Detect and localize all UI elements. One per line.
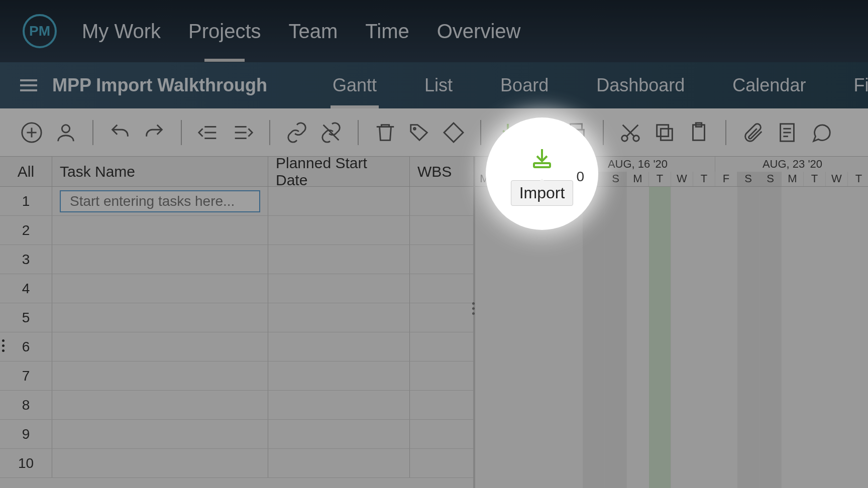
import-tooltip-label: Import xyxy=(511,180,574,206)
gantt-toolbar xyxy=(0,108,868,157)
tab-calendar[interactable]: Calendar xyxy=(732,75,806,108)
row-number: 8 xyxy=(0,391,52,419)
svg-rect-23 xyxy=(657,125,669,136)
toolbar-separator xyxy=(92,120,93,145)
redo-icon[interactable] xyxy=(143,121,166,144)
tab-list[interactable]: List xyxy=(424,75,453,108)
view-tabs: Gantt List Board Dashboard Calendar File… xyxy=(333,62,868,108)
milestone-icon[interactable] xyxy=(442,121,465,144)
menu-icon[interactable] xyxy=(20,79,37,91)
import-icon-highlight[interactable] xyxy=(530,146,554,170)
task-row[interactable]: 5 xyxy=(0,303,473,332)
tab-gantt[interactable]: Gantt xyxy=(333,75,377,108)
column-wbs[interactable]: WBS xyxy=(410,157,473,186)
copy-icon[interactable] xyxy=(653,121,676,144)
timeline-day: S xyxy=(737,172,759,187)
timeline-day: S xyxy=(759,172,782,187)
undo-icon[interactable] xyxy=(108,121,132,144)
row-number: 10 xyxy=(0,449,52,477)
task-row[interactable]: 10 xyxy=(0,449,473,478)
row-number: 2 xyxy=(0,216,52,245)
toolbar-separator xyxy=(269,120,270,145)
tab-files[interactable]: Files xyxy=(853,75,868,108)
timeline-day: T xyxy=(804,172,826,187)
svg-point-3 xyxy=(62,125,69,132)
task-name-input[interactable] xyxy=(60,190,260,212)
timeline-day: F xyxy=(715,172,737,187)
project-bar: MPP Import Walkthrough Gantt List Board … xyxy=(0,62,868,108)
task-row[interactable]: 3 xyxy=(0,245,473,274)
row-number: 6 xyxy=(0,332,52,361)
column-planned-start[interactable]: Planned Start Date xyxy=(268,157,410,186)
toolbar-separator xyxy=(725,120,726,145)
delete-icon[interactable] xyxy=(374,121,397,144)
task-row[interactable]: 2 xyxy=(0,216,473,245)
timeline-day: T xyxy=(693,172,715,187)
timeline-day: W xyxy=(826,172,848,187)
row-number: 1 xyxy=(0,187,52,215)
top-navigation-bar: PM My Work Projects Team Time Overview xyxy=(0,0,868,62)
tag-icon[interactable] xyxy=(408,121,431,144)
svg-rect-12 xyxy=(444,123,463,142)
task-row[interactable]: 1 xyxy=(0,187,473,216)
planned-start-cell[interactable] xyxy=(268,187,410,215)
column-all[interactable]: All xyxy=(0,157,52,186)
timeline-day: M xyxy=(627,172,649,187)
timeline-body[interactable] xyxy=(475,187,868,488)
svg-rect-30 xyxy=(534,163,550,167)
project-title: MPP Import Walkthrough xyxy=(52,75,267,96)
timeline-day: T xyxy=(649,172,671,187)
indent-icon[interactable] xyxy=(231,121,254,144)
tab-board[interactable]: Board xyxy=(500,75,549,108)
collapse-handle-icon[interactable] xyxy=(2,339,5,352)
timeline-day: S xyxy=(605,172,627,187)
comment-icon[interactable] xyxy=(810,121,833,144)
timeline-week-label: AUG, 23 '20 xyxy=(715,157,868,172)
wbs-cell[interactable] xyxy=(410,187,473,215)
nav-my-work[interactable]: My Work xyxy=(82,20,161,62)
task-grid: All Task Name Planned Start Date WBS 1 2… xyxy=(0,157,475,488)
nav-team[interactable]: Team xyxy=(289,20,338,62)
row-number: 9 xyxy=(0,420,52,448)
toolbar-separator xyxy=(181,120,182,145)
svg-point-11 xyxy=(414,128,416,130)
divider-handle-icon[interactable] xyxy=(472,302,475,315)
task-row[interactable]: 7 xyxy=(0,361,473,391)
add-task-icon[interactable] xyxy=(20,121,43,144)
paste-icon[interactable] xyxy=(687,121,710,144)
notes-icon[interactable] xyxy=(776,121,799,144)
toolbar-separator xyxy=(603,120,604,145)
spotlight-overflow-text: 0 xyxy=(576,169,584,185)
task-row[interactable]: 4 xyxy=(0,274,473,303)
grid-header-row: All Task Name Planned Start Date WBS xyxy=(0,157,473,187)
task-row[interactable]: 8 xyxy=(0,391,473,420)
link-icon[interactable] xyxy=(285,121,308,144)
attach-icon[interactable] xyxy=(741,121,765,144)
assign-user-icon[interactable] xyxy=(54,121,77,144)
row-number: 7 xyxy=(0,361,52,390)
timeline-day: T xyxy=(848,172,868,187)
unlink-icon[interactable] xyxy=(319,121,343,144)
timeline-day: M xyxy=(782,172,804,187)
toolbar-separator xyxy=(480,120,481,145)
import-tooltip-spotlight: Import 0 xyxy=(486,117,598,230)
tab-dashboard[interactable]: Dashboard xyxy=(596,75,685,108)
main-nav-items: My Work Projects Team Time Overview xyxy=(82,1,520,62)
toolbar-separator xyxy=(358,120,359,145)
svg-rect-22 xyxy=(661,129,672,140)
nav-overview[interactable]: Overview xyxy=(437,20,521,62)
nav-projects[interactable]: Projects xyxy=(188,20,261,62)
main-area: All Task Name Planned Start Date WBS 1 2… xyxy=(0,108,868,488)
cut-icon[interactable] xyxy=(619,121,642,144)
column-task-name[interactable]: Task Name xyxy=(52,157,268,186)
row-number: 4 xyxy=(0,274,52,303)
task-row[interactable]: 6 xyxy=(0,332,473,361)
task-row[interactable]: 9 xyxy=(0,420,473,449)
nav-time[interactable]: Time xyxy=(365,20,409,62)
row-number: 5 xyxy=(0,303,52,332)
outdent-icon[interactable] xyxy=(197,121,220,144)
row-number: 3 xyxy=(0,245,52,274)
timeline-day: W xyxy=(671,172,693,187)
app-logo[interactable]: PM xyxy=(23,14,57,48)
